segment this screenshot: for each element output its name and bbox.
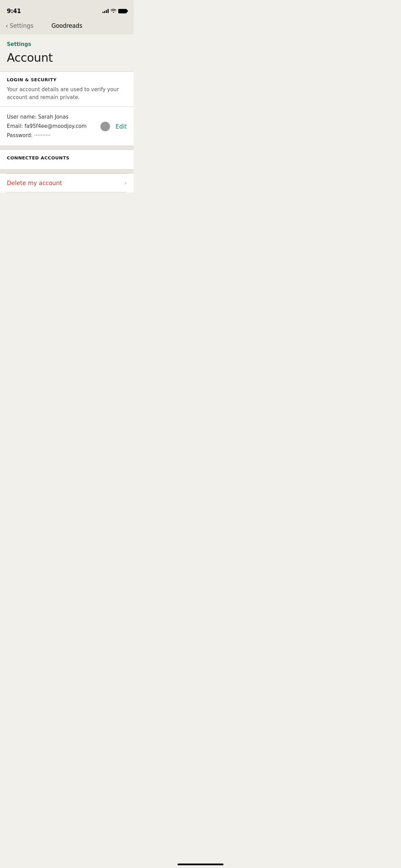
section-gap-1 bbox=[0, 146, 134, 150]
credentials-actions: Edit bbox=[100, 122, 127, 131]
delete-account-row[interactable]: Delete my account › bbox=[7, 173, 127, 192]
password-line: Password: ·········· bbox=[7, 131, 100, 140]
username-line: User name: Sarah Jonas bbox=[7, 112, 100, 122]
signal-icon bbox=[102, 9, 109, 13]
status-bar: 9:41 bbox=[0, 0, 134, 17]
status-time: 9:41 bbox=[7, 8, 21, 14]
delete-account-label[interactable]: Delete my account bbox=[7, 180, 62, 186]
settings-section-label: Settings bbox=[7, 41, 127, 47]
back-button[interactable]: ‹ Settings bbox=[5, 22, 34, 29]
page-title: Account bbox=[7, 51, 127, 64]
credentials-divider bbox=[0, 107, 134, 107]
delete-section: Delete my account › bbox=[0, 173, 134, 192]
chevron-right-icon: › bbox=[124, 179, 127, 186]
connected-accounts-heading: CONNECTED ACCOUNTS bbox=[7, 155, 127, 160]
credential-avatar bbox=[100, 122, 110, 131]
login-security-heading: LOGIN & SECURITY bbox=[7, 77, 127, 82]
chevron-left-icon: ‹ bbox=[5, 22, 8, 29]
page-header: Settings Account bbox=[0, 34, 134, 72]
connected-accounts-section: CONNECTED ACCOUNTS bbox=[0, 150, 134, 169]
section-gap-2 bbox=[0, 169, 134, 173]
status-icons bbox=[102, 8, 127, 14]
back-label[interactable]: Settings bbox=[10, 22, 34, 29]
login-security-section: LOGIN & SECURITY Your account details ar… bbox=[0, 72, 134, 146]
edit-button[interactable]: Edit bbox=[116, 123, 127, 130]
battery-icon bbox=[118, 9, 127, 13]
nav-bar: ‹ Settings Goodreads bbox=[0, 17, 134, 34]
email-line: Email: fa95f4ee@moodjoy.com bbox=[7, 122, 100, 131]
login-security-description: Your account details are used to verify … bbox=[7, 86, 127, 101]
nav-title: Goodreads bbox=[51, 22, 82, 29]
credentials-row: User name: Sarah Jonas Email: fa95f4ee@m… bbox=[7, 112, 127, 140]
credentials-info: User name: Sarah Jonas Email: fa95f4ee@m… bbox=[7, 112, 100, 140]
wifi-icon bbox=[111, 8, 116, 14]
main-content: Settings Account LOGIN & SECURITY Your a… bbox=[0, 34, 134, 289]
